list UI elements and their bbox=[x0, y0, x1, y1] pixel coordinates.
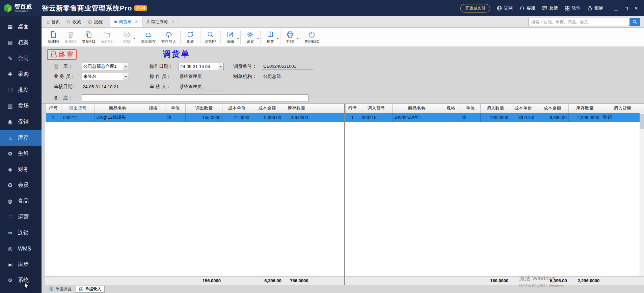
lock-screen-link[interactable]: 锁屏 bbox=[587, 5, 603, 11]
customer-service-link[interactable]: 客服 bbox=[519, 5, 535, 11]
scrollbar-thumb[interactable] bbox=[640, 114, 644, 129]
column-header[interactable]: 库存数量 bbox=[569, 104, 601, 113]
column-header[interactable]: 成本金额 bbox=[251, 104, 283, 113]
search-button[interactable] bbox=[629, 18, 640, 26]
chevron-down-icon[interactable] bbox=[123, 63, 129, 70]
dropdown-arrow-icon[interactable] bbox=[277, 38, 279, 40]
column-header[interactable]: 调入货商 bbox=[601, 104, 644, 113]
sidebar-item-purchase[interactable]: ✚采购 bbox=[0, 66, 42, 82]
close-esc-button[interactable]: 关闭ESC bbox=[302, 30, 322, 45]
dropdown-arrow-icon[interactable] bbox=[297, 38, 299, 40]
copy-button[interactable]: 复制F11 bbox=[79, 30, 98, 45]
column-header[interactable]: 调出数量 bbox=[185, 104, 222, 113]
toolbar-separator bbox=[280, 30, 280, 44]
tab-inventory-ledger[interactable]: 库存往来帐 ✕ bbox=[142, 16, 179, 27]
reminder-button[interactable]: 提醒 bbox=[84, 16, 106, 27]
column-header[interactable]: 成本金额 bbox=[536, 104, 568, 113]
total-amount: 6,396.00 bbox=[536, 276, 569, 285]
open-pay-button[interactable]: 开通威支付 bbox=[460, 4, 490, 12]
search-input[interactable] bbox=[528, 18, 629, 26]
chevron-down-icon[interactable] bbox=[218, 63, 223, 70]
sidebar-item-finance[interactable]: ◈财务 bbox=[0, 162, 42, 177]
sidebar-item-chain[interactable]: ∞连锁 bbox=[0, 225, 42, 241]
sidebar-item-desktop[interactable]: ▦桌面 bbox=[0, 19, 42, 35]
delete-order-button[interactable]: 删单F3 bbox=[62, 30, 79, 45]
close-button[interactable]: ✕ bbox=[634, 6, 639, 10]
remark-input[interactable] bbox=[82, 94, 308, 102]
settings-button[interactable]: 设置 bbox=[242, 30, 259, 45]
gear-icon bbox=[246, 31, 254, 38]
logo-cube-icon bbox=[3, 3, 13, 13]
tab-close-icon[interactable]: ✕ bbox=[135, 20, 138, 24]
column-header[interactable]: 商品名称 bbox=[393, 104, 441, 113]
sidebar-item-system[interactable]: ⚙系统 bbox=[0, 272, 42, 288]
wholesale-icon: ❒ bbox=[7, 87, 14, 93]
feedback-link[interactable]: 反馈 bbox=[542, 5, 558, 11]
sidebar-item-wholesale[interactable]: ❒批发 bbox=[0, 82, 42, 98]
column-header[interactable]: 库存数量 bbox=[283, 104, 310, 113]
sidebar-item-store[interactable]: ▥卖场 bbox=[0, 98, 42, 114]
vertical-scrollbar[interactable] bbox=[640, 113, 644, 276]
sidebar-item-promotion[interactable]: ◉促销 bbox=[0, 114, 42, 130]
salesman-select[interactable]: 未签名 bbox=[82, 73, 129, 80]
column-header[interactable]: 调入数量 bbox=[481, 104, 510, 113]
op-date-select[interactable]: 24-05-31 14:04: bbox=[179, 63, 224, 70]
dropdown-arrow-icon[interactable] bbox=[257, 38, 259, 40]
temp-import-button[interactable]: 暂存导入 bbox=[159, 30, 179, 45]
sidebar-item-fresh[interactable]: ✿生鲜 bbox=[0, 146, 42, 162]
column-header[interactable]: 成本单价 bbox=[222, 104, 251, 113]
sidebar-item-wms[interactable]: ◎WMS bbox=[0, 241, 42, 257]
food-icon: ◍ bbox=[7, 198, 14, 204]
sidebar-item-decision[interactable]: ▣决策 bbox=[0, 257, 42, 272]
column-header[interactable]: 规格 bbox=[141, 104, 165, 113]
tab-close-icon[interactable]: ✕ bbox=[171, 20, 175, 24]
table-row[interactable]: 1 000214 300g*12桃罐头 箱 156.0000 41.0000 6… bbox=[46, 113, 344, 122]
official-site-link[interactable]: 官网 bbox=[497, 5, 513, 11]
save-button[interactable]: 保存F5 bbox=[98, 30, 115, 45]
maximize-button[interactable] bbox=[624, 6, 628, 10]
audit-button[interactable]: 审核 bbox=[118, 30, 135, 45]
transfer-in-grid: 行号 调入货号 商品名称 规格 单位 调入数量 成本单价 成本金额 库存数量 bbox=[345, 104, 644, 285]
table-row[interactable]: 1 000215 240ml*20桃汁 箱 160.0000 39.9750 6… bbox=[345, 113, 644, 122]
sidebar-item-inventory[interactable]: ⌂库存 bbox=[0, 130, 42, 146]
column-header[interactable]: 行号 bbox=[345, 104, 360, 113]
column-header[interactable]: 行号 bbox=[46, 104, 61, 113]
column-header[interactable]: 单位 bbox=[165, 104, 185, 113]
warehouse-select[interactable]: 公司总部总仓库1 bbox=[82, 63, 129, 70]
column-header[interactable]: 调出货号 bbox=[61, 104, 94, 113]
column-header[interactable]: 成本单价 bbox=[510, 104, 536, 113]
chevron-down-icon[interactable] bbox=[123, 73, 129, 80]
dropdown-arrow-icon[interactable] bbox=[237, 38, 239, 40]
local-save-button[interactable]: 本地暂存 bbox=[138, 30, 159, 45]
software-link[interactable]: 软件 bbox=[564, 5, 581, 11]
tab-transfer-order[interactable]: 调货单 ✕ bbox=[110, 16, 142, 27]
column-header[interactable]: 商品名称 bbox=[95, 104, 141, 113]
toolbar-label: 新建F2 bbox=[48, 39, 59, 44]
browse-button[interactable]: 浏览F7 bbox=[202, 30, 219, 45]
software-grid-icon bbox=[564, 5, 570, 11]
sidebar-item-operations[interactable]: ∷运营 bbox=[0, 209, 42, 225]
sidebar-item-archives[interactable]: ▤档案 bbox=[0, 35, 42, 51]
tab-document-browse[interactable]: 单据浏览 bbox=[46, 286, 75, 293]
favorites-button[interactable]: ☆ 收藏 bbox=[63, 16, 84, 27]
sidebar-item-label: 财务 bbox=[18, 166, 29, 173]
tab-document-entry[interactable]: 单据录入 bbox=[76, 286, 105, 293]
order-no-value: CE00240531001 bbox=[262, 63, 313, 69]
related-button[interactable]: 相关 bbox=[262, 30, 279, 45]
toolbar-label: 保存F5 bbox=[101, 39, 113, 44]
minimize-button[interactable] bbox=[614, 6, 618, 10]
sidebar-item-food[interactable]: ◍食品 bbox=[0, 193, 42, 209]
dropdown-arrow-icon[interactable] bbox=[133, 38, 135, 40]
column-header[interactable]: 规格 bbox=[441, 104, 460, 113]
print-button[interactable]: 打印 bbox=[282, 30, 299, 45]
sidebar-item-member[interactable]: ✪会员 bbox=[0, 177, 42, 193]
column-header[interactable]: 单位 bbox=[460, 104, 481, 113]
refresh-button[interactable]: 刷新 bbox=[182, 30, 199, 45]
column-header[interactable] bbox=[310, 104, 344, 113]
home-button[interactable]: ⌂ 首页 bbox=[44, 16, 63, 27]
sidebar-item-contract[interactable]: ✎合同 bbox=[0, 51, 42, 66]
chain-icon: ∞ bbox=[7, 230, 14, 236]
new-button[interactable]: 新建F2 bbox=[45, 30, 62, 45]
column-header[interactable]: 调入货号 bbox=[360, 104, 392, 113]
edit-button[interactable]: 编辑 bbox=[222, 30, 239, 45]
